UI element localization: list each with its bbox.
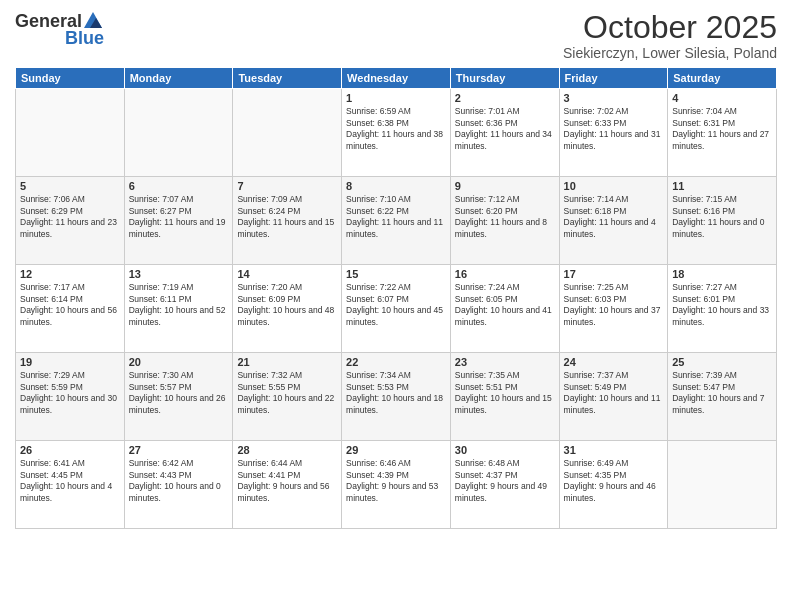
week-row-2: 5 Sunrise: 7:06 AMSunset: 6:29 PMDayligh… xyxy=(16,177,777,265)
day-info: Sunrise: 7:15 AMSunset: 6:16 PMDaylight:… xyxy=(672,194,772,240)
col-wednesday: Wednesday xyxy=(342,68,451,89)
day-number: 27 xyxy=(129,444,229,456)
day-cell: 10 Sunrise: 7:14 AMSunset: 6:18 PMDaylig… xyxy=(559,177,668,265)
day-info: Sunrise: 6:44 AMSunset: 4:41 PMDaylight:… xyxy=(237,458,337,504)
day-info: Sunrise: 7:04 AMSunset: 6:31 PMDaylight:… xyxy=(672,106,772,152)
day-number: 5 xyxy=(20,180,120,192)
day-number: 10 xyxy=(564,180,664,192)
title-block: October 2025 Siekierczyn, Lower Silesia,… xyxy=(563,10,777,61)
day-cell: 2 Sunrise: 7:01 AMSunset: 6:36 PMDayligh… xyxy=(450,89,559,177)
day-info: Sunrise: 7:32 AMSunset: 5:55 PMDaylight:… xyxy=(237,370,337,416)
day-number: 3 xyxy=(564,92,664,104)
day-info: Sunrise: 6:46 AMSunset: 4:39 PMDaylight:… xyxy=(346,458,446,504)
day-cell: 9 Sunrise: 7:12 AMSunset: 6:20 PMDayligh… xyxy=(450,177,559,265)
day-cell: 20 Sunrise: 7:30 AMSunset: 5:57 PMDaylig… xyxy=(124,353,233,441)
day-cell: 16 Sunrise: 7:24 AMSunset: 6:05 PMDaylig… xyxy=(450,265,559,353)
day-info: Sunrise: 7:19 AMSunset: 6:11 PMDaylight:… xyxy=(129,282,229,328)
col-thursday: Thursday xyxy=(450,68,559,89)
logo: General Blue xyxy=(15,10,104,49)
page: General Blue October 2025 Siekierczyn, L… xyxy=(0,0,792,612)
day-info: Sunrise: 7:25 AMSunset: 6:03 PMDaylight:… xyxy=(564,282,664,328)
day-number: 13 xyxy=(129,268,229,280)
day-number: 29 xyxy=(346,444,446,456)
day-cell: 21 Sunrise: 7:32 AMSunset: 5:55 PMDaylig… xyxy=(233,353,342,441)
calendar-header-row: Sunday Monday Tuesday Wednesday Thursday… xyxy=(16,68,777,89)
day-info: Sunrise: 7:10 AMSunset: 6:22 PMDaylight:… xyxy=(346,194,446,240)
day-number: 24 xyxy=(564,356,664,368)
day-info: Sunrise: 7:37 AMSunset: 5:49 PMDaylight:… xyxy=(564,370,664,416)
day-cell: 1 Sunrise: 6:59 AMSunset: 6:38 PMDayligh… xyxy=(342,89,451,177)
day-info: Sunrise: 7:35 AMSunset: 5:51 PMDaylight:… xyxy=(455,370,555,416)
day-number: 1 xyxy=(346,92,446,104)
day-number: 2 xyxy=(455,92,555,104)
day-cell: 23 Sunrise: 7:35 AMSunset: 5:51 PMDaylig… xyxy=(450,353,559,441)
calendar-table: Sunday Monday Tuesday Wednesday Thursday… xyxy=(15,67,777,529)
col-saturday: Saturday xyxy=(668,68,777,89)
day-number: 11 xyxy=(672,180,772,192)
day-info: Sunrise: 6:49 AMSunset: 4:35 PMDaylight:… xyxy=(564,458,664,504)
day-number: 26 xyxy=(20,444,120,456)
day-cell xyxy=(668,441,777,529)
col-monday: Monday xyxy=(124,68,233,89)
day-number: 14 xyxy=(237,268,337,280)
day-number: 22 xyxy=(346,356,446,368)
day-info: Sunrise: 7:14 AMSunset: 6:18 PMDaylight:… xyxy=(564,194,664,240)
day-cell: 28 Sunrise: 6:44 AMSunset: 4:41 PMDaylig… xyxy=(233,441,342,529)
day-cell xyxy=(16,89,125,177)
day-cell: 11 Sunrise: 7:15 AMSunset: 6:16 PMDaylig… xyxy=(668,177,777,265)
day-info: Sunrise: 7:02 AMSunset: 6:33 PMDaylight:… xyxy=(564,106,664,152)
day-info: Sunrise: 7:20 AMSunset: 6:09 PMDaylight:… xyxy=(237,282,337,328)
day-cell: 12 Sunrise: 7:17 AMSunset: 6:14 PMDaylig… xyxy=(16,265,125,353)
day-number: 9 xyxy=(455,180,555,192)
day-info: Sunrise: 7:39 AMSunset: 5:47 PMDaylight:… xyxy=(672,370,772,416)
day-info: Sunrise: 6:41 AMSunset: 4:45 PMDaylight:… xyxy=(20,458,120,504)
day-number: 4 xyxy=(672,92,772,104)
day-cell: 25 Sunrise: 7:39 AMSunset: 5:47 PMDaylig… xyxy=(668,353,777,441)
day-cell: 6 Sunrise: 7:07 AMSunset: 6:27 PMDayligh… xyxy=(124,177,233,265)
week-row-5: 26 Sunrise: 6:41 AMSunset: 4:45 PMDaylig… xyxy=(16,441,777,529)
week-row-3: 12 Sunrise: 7:17 AMSunset: 6:14 PMDaylig… xyxy=(16,265,777,353)
day-cell: 17 Sunrise: 7:25 AMSunset: 6:03 PMDaylig… xyxy=(559,265,668,353)
day-number: 16 xyxy=(455,268,555,280)
day-cell: 30 Sunrise: 6:48 AMSunset: 4:37 PMDaylig… xyxy=(450,441,559,529)
day-number: 21 xyxy=(237,356,337,368)
day-info: Sunrise: 7:07 AMSunset: 6:27 PMDaylight:… xyxy=(129,194,229,240)
day-info: Sunrise: 7:09 AMSunset: 6:24 PMDaylight:… xyxy=(237,194,337,240)
day-cell: 15 Sunrise: 7:22 AMSunset: 6:07 PMDaylig… xyxy=(342,265,451,353)
col-tuesday: Tuesday xyxy=(233,68,342,89)
location-title: Siekierczyn, Lower Silesia, Poland xyxy=(563,45,777,61)
day-cell: 8 Sunrise: 7:10 AMSunset: 6:22 PMDayligh… xyxy=(342,177,451,265)
day-number: 28 xyxy=(237,444,337,456)
day-cell: 22 Sunrise: 7:34 AMSunset: 5:53 PMDaylig… xyxy=(342,353,451,441)
week-row-1: 1 Sunrise: 6:59 AMSunset: 6:38 PMDayligh… xyxy=(16,89,777,177)
logo-blue: Blue xyxy=(65,28,104,49)
day-cell: 14 Sunrise: 7:20 AMSunset: 6:09 PMDaylig… xyxy=(233,265,342,353)
day-cell xyxy=(233,89,342,177)
month-title: October 2025 xyxy=(563,10,777,45)
day-number: 30 xyxy=(455,444,555,456)
col-friday: Friday xyxy=(559,68,668,89)
day-cell: 24 Sunrise: 7:37 AMSunset: 5:49 PMDaylig… xyxy=(559,353,668,441)
day-cell: 5 Sunrise: 7:06 AMSunset: 6:29 PMDayligh… xyxy=(16,177,125,265)
day-cell: 19 Sunrise: 7:29 AMSunset: 5:59 PMDaylig… xyxy=(16,353,125,441)
day-info: Sunrise: 6:42 AMSunset: 4:43 PMDaylight:… xyxy=(129,458,229,504)
week-row-4: 19 Sunrise: 7:29 AMSunset: 5:59 PMDaylig… xyxy=(16,353,777,441)
day-info: Sunrise: 7:30 AMSunset: 5:57 PMDaylight:… xyxy=(129,370,229,416)
day-number: 23 xyxy=(455,356,555,368)
day-number: 31 xyxy=(564,444,664,456)
day-info: Sunrise: 7:27 AMSunset: 6:01 PMDaylight:… xyxy=(672,282,772,328)
day-cell: 13 Sunrise: 7:19 AMSunset: 6:11 PMDaylig… xyxy=(124,265,233,353)
day-cell: 7 Sunrise: 7:09 AMSunset: 6:24 PMDayligh… xyxy=(233,177,342,265)
day-number: 20 xyxy=(129,356,229,368)
day-cell: 18 Sunrise: 7:27 AMSunset: 6:01 PMDaylig… xyxy=(668,265,777,353)
day-cell xyxy=(124,89,233,177)
day-info: Sunrise: 7:22 AMSunset: 6:07 PMDaylight:… xyxy=(346,282,446,328)
day-cell: 4 Sunrise: 7:04 AMSunset: 6:31 PMDayligh… xyxy=(668,89,777,177)
day-number: 6 xyxy=(129,180,229,192)
day-number: 8 xyxy=(346,180,446,192)
day-info: Sunrise: 7:01 AMSunset: 6:36 PMDaylight:… xyxy=(455,106,555,152)
day-cell: 29 Sunrise: 6:46 AMSunset: 4:39 PMDaylig… xyxy=(342,441,451,529)
day-info: Sunrise: 6:59 AMSunset: 6:38 PMDaylight:… xyxy=(346,106,446,152)
day-number: 12 xyxy=(20,268,120,280)
day-info: Sunrise: 7:17 AMSunset: 6:14 PMDaylight:… xyxy=(20,282,120,328)
